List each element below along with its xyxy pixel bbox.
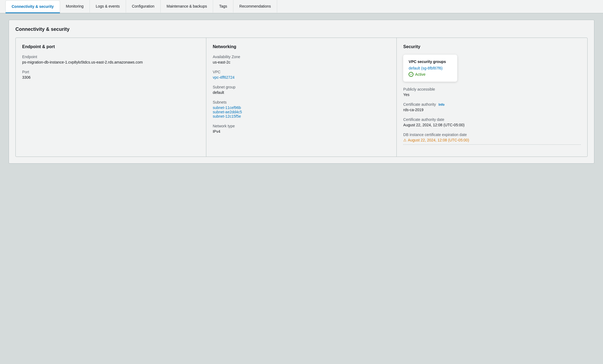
cert-authority-value: rds-ca-2019 <box>403 108 581 112</box>
active-checkmark-icon: ✓ <box>409 72 413 77</box>
endpoint-field-group: Endpoint ps-migration-db-instance-1.cvp8… <box>22 55 200 64</box>
port-label: Port <box>22 70 200 74</box>
warning-icon: ⚠ <box>403 138 407 142</box>
db-cert-expiration-field-group: DB instance certificate expiration date … <box>403 133 581 145</box>
active-badge: ✓ Active <box>409 72 452 77</box>
subnet2-link[interactable]: subnet-ae2dd4c5 <box>213 110 242 114</box>
tab-monitoring[interactable]: Monitoring <box>60 0 90 13</box>
section-title: Connectivity & security <box>15 27 588 32</box>
active-text: Active <box>415 72 425 77</box>
cert-authority-date-value: August 22, 2024, 12:08 (UTC-05:00) <box>403 123 581 127</box>
tab-label: Monitoring <box>66 4 84 8</box>
tab-maintenance-backups[interactable]: Maintenance & backups <box>161 0 213 13</box>
subnets-field-group: Subnets subnet-11cef96b subnet-ae2dd4c5 … <box>213 100 390 118</box>
main-content: Connectivity & security Endpoint & port … <box>0 13 603 170</box>
cert-authority-date-label: Certificate authority date <box>403 117 581 122</box>
vpc-link[interactable]: vpc-4ff62724 <box>213 75 235 80</box>
tab-label: Recommendations <box>239 4 271 8</box>
az-label: Availability Zone <box>213 55 390 59</box>
network-type-value: IPv4 <box>213 129 390 134</box>
db-cert-expiration-value: ⚠ August 22, 2024, 12:08 (UTC-05:00) <box>403 138 581 142</box>
subnet1-link[interactable]: subnet-11cef96b <box>213 105 241 110</box>
vpc-sg-title: VPC security groups <box>409 59 452 64</box>
endpoint-port-column: Endpoint & port Endpoint ps-migration-db… <box>16 38 206 157</box>
tab-bar: Connectivity & security Monitoring Logs … <box>0 0 603 13</box>
subnet-group-value: default <box>213 90 390 95</box>
vpc-label: VPC <box>213 70 390 74</box>
tab-logs-events[interactable]: Logs & events <box>90 0 126 13</box>
network-type-field-group: Network type IPv4 <box>213 124 390 134</box>
endpoint-label: Endpoint <box>22 55 200 59</box>
cert-authority-field-group: Certificate authority Info rds-ca-2019 <box>403 102 581 112</box>
dashed-divider <box>403 144 581 145</box>
tab-label: Configuration <box>132 4 154 8</box>
tab-connectivity-security[interactable]: Connectivity & security <box>5 0 60 13</box>
cert-authority-date-field-group: Certificate authority date August 22, 20… <box>403 117 581 127</box>
subnet-group-label: Subnet group <box>213 85 390 89</box>
security-title: Security <box>403 44 581 49</box>
db-cert-expiration-warning-text: August 22, 2024, 12:08 (UTC-05:00) <box>408 138 469 142</box>
tab-recommendations[interactable]: Recommendations <box>233 0 277 13</box>
publicly-accessible-value: Yes <box>403 92 581 97</box>
vpc-field-group: VPC vpc-4ff62724 <box>213 70 390 80</box>
networking-column: Networking Availability Zone us-east-2c … <box>206 38 397 157</box>
vpc-security-groups-card: VPC security groups default (sg-8fbf87f6… <box>403 55 457 82</box>
networking-title: Networking <box>213 44 390 49</box>
subnets-label: Subnets <box>213 100 390 104</box>
tab-label: Maintenance & backups <box>167 4 207 8</box>
endpoint-port-title: Endpoint & port <box>22 44 200 49</box>
cert-authority-info-link[interactable]: Info <box>439 103 445 107</box>
db-cert-expiration-label: DB instance certificate expiration date <box>403 133 581 137</box>
subnet-group-field-group: Subnet group default <box>213 85 390 95</box>
az-field-group: Availability Zone us-east-2c <box>213 55 390 64</box>
network-type-label: Network type <box>213 124 390 128</box>
security-column: Security VPC security groups default (sg… <box>397 38 587 157</box>
port-field-group: Port 3306 <box>22 70 200 80</box>
columns-container: Endpoint & port Endpoint ps-migration-db… <box>15 38 588 157</box>
tab-tags[interactable]: Tags <box>213 0 233 13</box>
publicly-accessible-label: Publicly accessible <box>403 87 581 91</box>
section-card: Connectivity & security Endpoint & port … <box>9 20 594 164</box>
az-value: us-east-2c <box>213 60 390 64</box>
tab-configuration[interactable]: Configuration <box>126 0 161 13</box>
port-value: 3306 <box>22 75 200 80</box>
vpc-sg-link[interactable]: default (sg-8fbf87f6) <box>409 66 442 70</box>
publicly-accessible-field-group: Publicly accessible Yes <box>403 87 581 97</box>
tab-label: Logs & events <box>96 4 120 8</box>
tab-label: Tags <box>219 4 227 8</box>
subnet3-link[interactable]: subnet-12c15f5e <box>213 114 241 118</box>
cert-authority-label: Certificate authority Info <box>403 102 581 107</box>
tab-label: Connectivity & security <box>12 4 54 9</box>
endpoint-value: ps-migration-db-instance-1.cvp8ylo5tdcs.… <box>22 60 200 64</box>
